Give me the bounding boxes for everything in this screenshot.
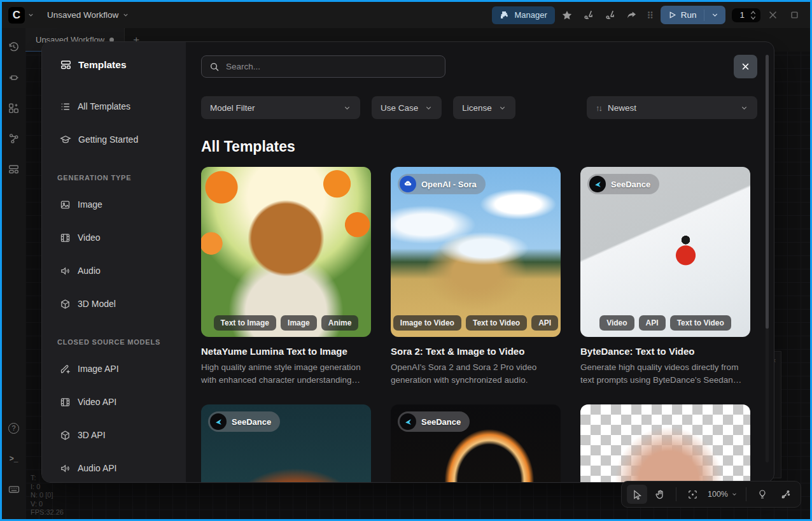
provider-name: SeeDance (232, 417, 271, 427)
template-card-seedance-5[interactable]: SeeDance (391, 404, 561, 482)
cube-icon (60, 299, 71, 310)
fit-view-button[interactable] (682, 485, 703, 504)
status-line: N: 0 [0] (31, 491, 64, 500)
template-thumbnail[interactable]: SeeDance Video API Text to Video (580, 167, 750, 337)
tag-badge: Video (599, 315, 634, 331)
status-line: FPS:32.26 (31, 508, 64, 517)
badge-row: Text to Image Image Anime (201, 315, 371, 331)
film-icon (60, 232, 71, 243)
vacuum-icon-1[interactable] (579, 6, 598, 24)
terminal-icon[interactable]: >_ (4, 449, 24, 468)
workflow-title-menu[interactable]: Unsaved Workflow (47, 10, 129, 20)
template-card-seedance-4[interactable]: SeeDance (201, 404, 371, 482)
template-card-bytedance[interactable]: SeeDance Video API Text to Video ByteDan… (580, 167, 750, 387)
vacuum-icon-2[interactable] (601, 6, 620, 24)
logo-menu-chevron-icon[interactable] (27, 11, 34, 18)
theme-lightbulb-button[interactable] (752, 485, 773, 504)
node-map-icon[interactable] (4, 129, 24, 148)
template-search[interactable] (201, 55, 445, 78)
batch-stepper[interactable] (750, 10, 757, 20)
template-card-sora2[interactable]: OpenAI - Sora Image to Video Text to Vid… (391, 167, 561, 387)
tag-badge: API (531, 315, 558, 331)
manager-button[interactable]: Manager (492, 6, 554, 24)
template-grid: Text to Image Image Anime NetaYume Lumin… (201, 167, 757, 482)
favorite-star-icon[interactable] (557, 6, 577, 24)
chevron-down-icon (740, 104, 748, 112)
section-generation-type: GENERATION TYPE (57, 174, 186, 182)
search-icon (209, 62, 220, 72)
templates-icon (60, 59, 72, 71)
pan-hand-tool[interactable] (650, 485, 670, 504)
template-description: High quality anime style image generatio… (201, 361, 371, 387)
sidebar-item-getting-started[interactable]: Getting Started (60, 132, 186, 147)
tag-badge: Text to Video (466, 315, 527, 331)
sidebar-item-image-api[interactable]: Image API (60, 361, 186, 376)
puzzle-icon (500, 10, 510, 20)
list-icon (60, 101, 71, 112)
play-icon (668, 11, 676, 19)
history-icon[interactable] (4, 37, 24, 56)
badge-row: Video API Text to Video (580, 315, 750, 331)
template-card-netayume[interactable]: Text to Image Image Anime NetaYume Lumin… (201, 167, 371, 387)
templates-scrollbar[interactable] (766, 55, 769, 462)
toolbar-drag-handle[interactable]: •• •• •• (648, 11, 654, 19)
help-icon[interactable]: ? (4, 418, 24, 438)
sort-dropdown[interactable]: ↑↓ Newest (587, 96, 757, 119)
run-options-chevron[interactable] (704, 6, 725, 24)
license-dropdown[interactable]: License (453, 96, 515, 119)
chevron-down-icon (343, 104, 351, 112)
node-plug-icon[interactable] (4, 68, 24, 87)
template-thumbnail[interactable]: OpenAI - Sora Image to Video Text to Vid… (391, 167, 561, 337)
interrupt-close-icon[interactable] (763, 6, 782, 24)
all-templates-heading: All Templates (201, 138, 757, 155)
model-filter-dropdown[interactable]: Model Filter (201, 96, 360, 119)
templates-sidebar-title: Templates (60, 59, 186, 71)
openai-sora-logo-icon (400, 176, 416, 192)
template-description: Generate high quality videos directly fr… (580, 361, 750, 387)
zoom-level-dropdown[interactable]: 100% (705, 490, 740, 499)
batch-count-input[interactable]: 1 (732, 8, 760, 22)
dialog-close-button[interactable] (734, 55, 757, 78)
left-sidebar-rail: ? >_ (2, 28, 25, 519)
status-line: I: 0 (31, 483, 64, 492)
keyboard-icon[interactable] (4, 480, 24, 499)
canvas-toolbar: 100% (621, 481, 801, 508)
stop-square-icon[interactable] (785, 6, 804, 24)
template-thumbnail[interactable]: Text to Image Image Anime (201, 167, 371, 337)
sidebar-item-3d-api[interactable]: 3D API (60, 427, 186, 443)
chevron-down-icon (122, 11, 129, 18)
template-thumbnail[interactable] (580, 404, 750, 482)
run-button[interactable]: Run (661, 6, 704, 24)
use-case-dropdown[interactable]: Use Case (372, 96, 442, 119)
comfyui-logo[interactable]: C (8, 7, 25, 24)
close-icon (741, 62, 750, 71)
search-input[interactable] (226, 62, 437, 71)
sidebar-item-all-templates[interactable]: All Templates (60, 99, 186, 114)
sidebar-item-3d-model[interactable]: 3D Model (60, 296, 186, 311)
sidebar-item-video-api[interactable]: Video API (60, 394, 186, 410)
templates-dialog: Templates All Templates Getting Started … (41, 41, 774, 483)
magic-brush-icon (60, 364, 71, 375)
speaker-icon (60, 266, 71, 276)
templates-sidebar: Templates All Templates Getting Started … (42, 42, 186, 482)
template-title: ByteDance: Text to Video (580, 346, 750, 357)
sort-arrows-icon: ↑↓ (596, 103, 601, 113)
select-cursor-tool[interactable] (627, 485, 647, 504)
model-library-icon[interactable] (4, 98, 24, 117)
template-thumbnail[interactable]: SeeDance (391, 404, 561, 482)
template-description: OpenAI's Sora 2 and Sora 2 Pro video gen… (391, 361, 561, 387)
sidebar-item-audio[interactable]: Audio (60, 263, 186, 278)
batch-count-value: 1 (739, 10, 745, 20)
sidebar-item-audio-api[interactable]: Audio API (60, 460, 186, 476)
template-thumbnail[interactable]: SeeDance (201, 404, 371, 482)
toggle-links-button[interactable] (775, 485, 795, 504)
templates-icon[interactable] (4, 159, 24, 178)
sidebar-item-image[interactable]: Image (60, 197, 186, 212)
film-icon (60, 397, 71, 408)
share-icon[interactable] (622, 6, 641, 24)
template-card-bubble[interactable] (580, 404, 750, 482)
status-line: V: 0 (31, 500, 64, 509)
template-title: Sora 2: Text & Image to Video (391, 346, 561, 357)
sidebar-item-video[interactable]: Video (60, 230, 186, 245)
badge-row: Image to Video Text to Video API (391, 315, 561, 331)
